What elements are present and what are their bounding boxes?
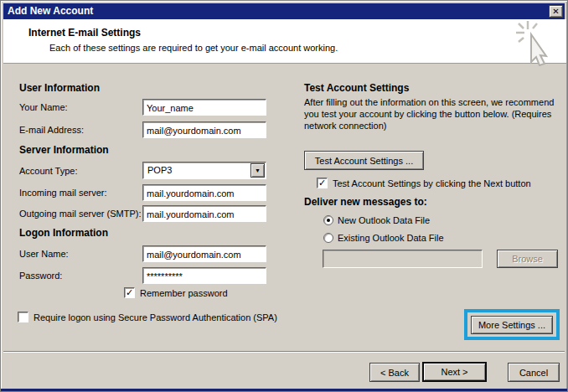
password-input[interactable] xyxy=(142,267,266,284)
chevron-down-icon[interactable]: ▼ xyxy=(250,163,265,178)
remember-password-checkbox[interactable]: ✓ Remember password xyxy=(124,287,228,298)
radio-existing-outlook-data-file[interactable]: Existing Outlook Data File xyxy=(323,233,444,243)
browse-button: Browse xyxy=(497,250,558,268)
test-account-settings-heading: Test Account Settings xyxy=(304,82,409,94)
account-type-dropdown[interactable]: POP3 ▼ xyxy=(142,162,266,179)
radio-existing-label: Existing Outlook Data File xyxy=(338,233,444,243)
outgoing-server-input[interactable] xyxy=(142,205,266,222)
email-address-label: E-mail Address: xyxy=(19,125,84,135)
header-subtitle: Each of these settings are required to g… xyxy=(49,43,338,53)
email-address-input[interactable] xyxy=(142,121,266,138)
user-name-input[interactable] xyxy=(142,245,266,262)
test-next-checkbox[interactable]: ✓ Test Account Settings by clicking the … xyxy=(317,178,531,188)
next-button[interactable]: Next > xyxy=(422,362,487,382)
user-name-label: User Name: xyxy=(19,249,69,259)
your-name-label: Your Name: xyxy=(19,102,68,112)
radio-unselected-icon[interactable] xyxy=(323,233,333,243)
radio-new-label: New Outlook Data File xyxy=(338,215,430,225)
window-title: Add New Account xyxy=(8,5,93,17)
cancel-button[interactable]: Cancel xyxy=(508,363,560,382)
radio-selected-icon[interactable] xyxy=(323,215,333,225)
logon-information-heading: Logon Information xyxy=(19,227,108,239)
your-name-input[interactable] xyxy=(142,99,266,116)
incoming-server-input[interactable] xyxy=(142,184,266,201)
spa-checkbox[interactable]: Require logon using Secure Password Auth… xyxy=(18,312,277,322)
check-icon[interactable]: ✓ xyxy=(124,287,135,298)
checkbox-empty[interactable] xyxy=(18,312,28,322)
add-new-account-dialog: Add New Account ✕ Internet E-mail Settin… xyxy=(0,0,568,392)
dialog-header: Internet E-mail Settings Each of these s… xyxy=(3,19,566,64)
header-title: Internet E-mail Settings xyxy=(28,27,141,39)
test-account-settings-button[interactable]: Test Account Settings ... xyxy=(304,151,424,170)
outgoing-server-label: Outgoing mail server (SMTP): xyxy=(19,209,141,219)
radio-new-outlook-data-file[interactable]: New Outlook Data File xyxy=(323,215,430,225)
close-icon[interactable]: ✕ xyxy=(549,5,563,18)
spa-label: Require logon using Secure Password Auth… xyxy=(34,312,277,322)
window-bottom-edge xyxy=(1,389,567,391)
account-type-label: Account Type: xyxy=(19,166,78,176)
account-type-value: POP3 xyxy=(147,165,172,175)
test-next-label: Test Account Settings by clicking the Ne… xyxy=(333,178,531,188)
click-cursor-icon xyxy=(514,19,560,66)
footer-separator xyxy=(3,351,565,353)
password-label: Password: xyxy=(19,271,62,281)
user-information-heading: User Information xyxy=(19,82,100,94)
deliver-heading: Deliver new messages to: xyxy=(304,196,427,208)
remember-password-label: Remember password xyxy=(140,288,228,298)
check-icon[interactable]: ✓ xyxy=(317,178,328,188)
test-account-settings-description: After filling out the information on thi… xyxy=(304,96,559,132)
more-settings-button[interactable]: More Settings ... xyxy=(471,316,553,334)
server-information-heading: Server Information xyxy=(19,144,109,156)
incoming-server-label: Incoming mail server: xyxy=(19,188,107,198)
back-button[interactable]: < Back xyxy=(369,363,420,382)
titlebar: Add New Account ✕ xyxy=(3,3,565,19)
data-file-path-input xyxy=(323,250,483,268)
